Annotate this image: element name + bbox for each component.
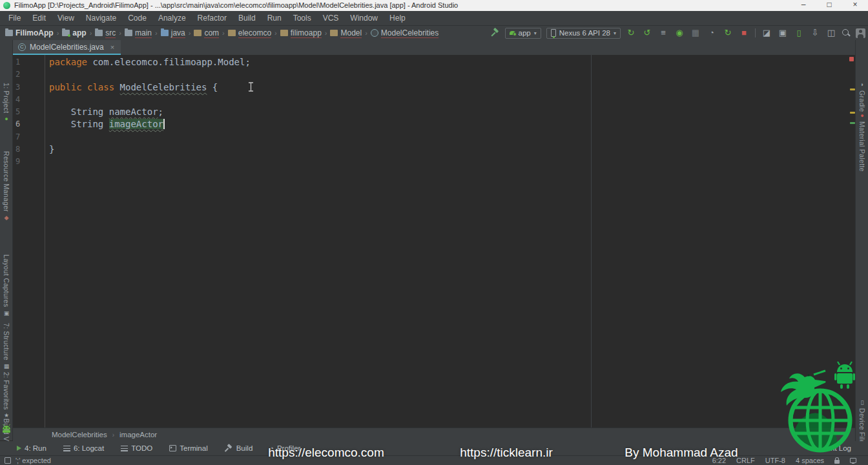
breadcrumb-app[interactable]: app: [62, 28, 86, 37]
apply-changes-icon[interactable]: ↻: [626, 27, 636, 39]
project-folder-icon: [5, 30, 13, 36]
layout-inspector-icon[interactable]: ▣: [778, 27, 788, 39]
stripe-button-resource-manager[interactable]: Resource Manager◆: [0, 151, 13, 221]
code-token: }: [49, 144, 54, 154]
coverage-icon[interactable]: ▦: [690, 27, 701, 39]
menu-navigate[interactable]: Navigate: [80, 11, 122, 25]
maximize-button[interactable]: □: [816, 0, 842, 11]
stripe-label: 2: Favorites: [3, 372, 10, 409]
stripe-button-layout-captures[interactable]: Layout Captures▣: [0, 254, 13, 316]
code-token: imageActor: [109, 119, 163, 129]
device-select[interactable]: Nexus 6 API 28 ▾: [546, 28, 621, 39]
code-line[interactable]: [49, 68, 855, 81]
tool-window-button-todo[interactable]: TODO: [121, 444, 152, 452]
code-token: ModelCelebrities: [120, 82, 207, 92]
crumb-modelcelebrities[interactable]: ModelCelebrities: [52, 431, 107, 439]
screen-reader-icon[interactable]: [850, 458, 856, 463]
breadcrumb-modelcelebrities[interactable]: ModelCelebrities: [371, 28, 439, 38]
crumb-imageactor[interactable]: imageActor: [119, 431, 157, 439]
apply-code-changes-icon[interactable]: ↺: [642, 27, 652, 39]
menu-code[interactable]: Code: [122, 11, 152, 25]
code-line[interactable]: }: [49, 143, 855, 156]
run-configurations-icon[interactable]: ≡: [658, 27, 668, 39]
breadcrumb: FilimoApp›app›src›main›java›com›elecomco…: [5, 26, 439, 40]
breadcrumb-com[interactable]: com: [194, 28, 219, 38]
breadcrumb-label: ModelCelebrities: [381, 28, 439, 38]
code-line[interactable]: [49, 156, 855, 168]
attach-debugger-icon[interactable]: ◪: [761, 27, 772, 39]
code-editor[interactable]: 123456789 package com.elecomco.filimoapp…: [13, 55, 855, 428]
code-line[interactable]: [49, 94, 855, 106]
breadcrumb-filimoapp[interactable]: FilimoApp: [5, 28, 54, 37]
tool-window-button-terminal[interactable]: Terminal: [169, 444, 207, 452]
line-number: 7: [16, 131, 45, 143]
menu-view[interactable]: View: [52, 11, 80, 25]
stripe-button-1-project[interactable]: 1: Project●: [0, 83, 13, 122]
menu-file[interactable]: File: [3, 11, 26, 25]
device-file-explorer-icon: ▯: [861, 399, 864, 406]
inspection-error-indicator: [849, 57, 854, 61]
emulator-android-icon[interactable]: [1, 424, 12, 433]
line-separator-widget[interactable]: CRLF: [736, 457, 755, 464]
breadcrumb-elecomco[interactable]: elecomco: [228, 28, 271, 38]
stripe-button-2-favorites[interactable]: 2: Favorites★: [0, 372, 13, 418]
profiler-gauge-icon[interactable]: ◔: [707, 27, 717, 39]
menu-tools[interactable]: Tools: [287, 11, 317, 25]
folder-icon: [125, 30, 132, 36]
stop-icon[interactable]: ■: [739, 27, 749, 39]
avd-manager-icon[interactable]: ▯: [794, 27, 804, 39]
close-icon[interactable]: ×: [110, 43, 114, 51]
menu-help[interactable]: Help: [384, 11, 411, 25]
watermark-text-1: https://ticklearn.ir: [460, 446, 553, 460]
tool-window-button-6-logcat[interactable]: 6: Logcat: [63, 444, 104, 452]
stripe-button-material-palette[interactable]: ●Material Palette: [856, 112, 868, 172]
code-line[interactable]: String nameActor;: [49, 106, 855, 118]
code-token: com.elecomco.filimoapp.Model;: [92, 57, 250, 67]
stripe-label: Gradle: [858, 90, 866, 112]
minimize-button[interactable]: –: [790, 0, 816, 11]
project-structure-icon[interactable]: ◫: [826, 27, 836, 39]
code-line[interactable]: package com.elecomco.filimoapp.Model;: [49, 56, 855, 68]
tool-window-button-4-run[interactable]: 4: Run: [17, 444, 46, 452]
sdk-manager-icon[interactable]: ⇩: [810, 27, 820, 39]
tool-window-button-build[interactable]: Build: [225, 444, 253, 453]
inspection-status-icon[interactable]: [5, 457, 11, 464]
tab-modelcelebrities[interactable]: C ModelCelebrities.java ×: [13, 40, 121, 55]
menu-analyze[interactable]: Analyze: [152, 11, 192, 25]
menu-refactor[interactable]: Refactor: [192, 11, 232, 25]
lock-icon[interactable]: [834, 460, 840, 464]
code-line[interactable]: public class ModelCelebrities {: [49, 81, 855, 94]
breadcrumb-main[interactable]: main: [125, 28, 152, 38]
stripe-button-7-structure[interactable]: 7: Structure▦: [0, 323, 13, 369]
code-line[interactable]: String imageActor: [49, 118, 855, 130]
stripe-label: 7: Structure: [3, 323, 10, 360]
breadcrumb-filimoapp[interactable]: filimoapp: [280, 28, 322, 38]
editor-code[interactable]: package com.elecomco.filimoapp.Model;pub…: [49, 56, 855, 169]
build-hammer-icon: [225, 444, 233, 453]
close-button[interactable]: ×: [842, 0, 868, 11]
folder-icon: [95, 30, 103, 36]
line-number: 5: [16, 106, 45, 118]
avatar[interactable]: [856, 28, 865, 38]
rerun-icon[interactable]: ↻: [723, 27, 733, 39]
event-log-button[interactable]: Event Log: [818, 444, 851, 452]
code-token: String: [49, 119, 109, 129]
menu-vcs[interactable]: VCS: [317, 11, 345, 25]
indent-widget[interactable]: 4 spaces: [796, 457, 824, 464]
breadcrumb-label: java: [171, 28, 185, 38]
search-icon[interactable]: [842, 28, 851, 37]
menu-run[interactable]: Run: [262, 11, 287, 25]
breadcrumb-java[interactable]: java: [161, 28, 185, 38]
debug-icon[interactable]: ◉: [674, 27, 685, 39]
package-icon: [228, 30, 236, 36]
menu-window[interactable]: Window: [344, 11, 384, 25]
breadcrumb-src[interactable]: src: [95, 28, 116, 38]
breadcrumb-model[interactable]: Model: [330, 28, 362, 38]
stripe-button-gradle[interactable]: ◗Gradle: [856, 81, 868, 112]
encoding-widget[interactable]: UTF-8: [765, 457, 785, 464]
code-line[interactable]: [49, 131, 855, 143]
menu-build[interactable]: Build: [232, 11, 262, 25]
menu-edit[interactable]: Edit: [26, 11, 52, 25]
run-configuration-select[interactable]: app ▾: [505, 28, 541, 39]
build-hammer-icon[interactable]: [491, 28, 500, 37]
